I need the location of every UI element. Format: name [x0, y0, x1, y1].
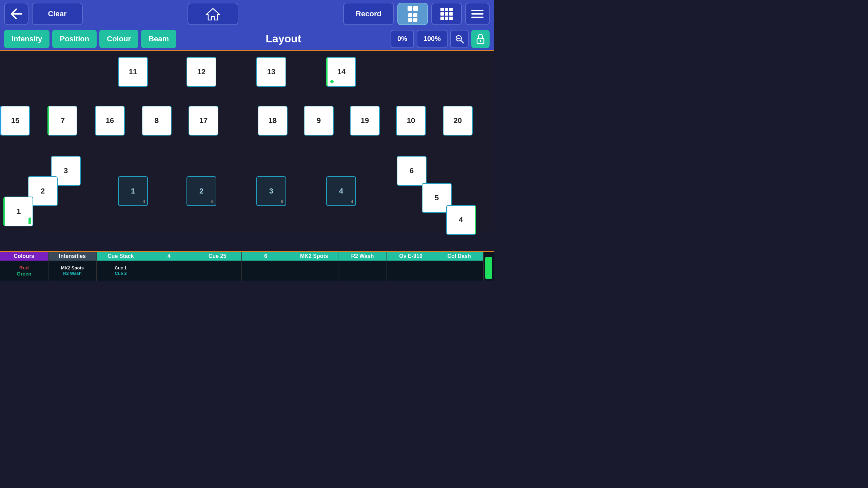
intensity-line-2: R2 Wash	[63, 271, 81, 276]
pct100-button[interactable]: 100%	[417, 30, 448, 48]
cue-stack-line-2: Cue 2	[115, 271, 126, 276]
r2wash-body	[338, 261, 387, 281]
cell6-header: 6	[242, 252, 290, 261]
coldash-body	[435, 261, 483, 281]
grid-view-active-button[interactable]	[397, 3, 428, 25]
ove910-body	[387, 261, 435, 281]
back-button[interactable]	[4, 3, 28, 25]
bottom-cell-r2wash[interactable]: R2 Wash	[338, 252, 387, 281]
fixture-13[interactable]: 13	[256, 57, 286, 87]
fixture-14[interactable]: 14	[326, 57, 356, 87]
coldash-header: Col Dash	[435, 252, 483, 261]
green-slider[interactable]	[484, 252, 494, 281]
clear-button[interactable]: Clear	[32, 3, 83, 25]
cell4-header: 4	[145, 252, 193, 261]
green-slider-bar	[485, 257, 492, 279]
bottom-cell-mk2spots[interactable]: MK2 Spots	[290, 252, 339, 281]
cue-stack-header: Cue Stack	[97, 252, 145, 261]
cue25-body	[193, 261, 241, 281]
bottom-cell-6[interactable]: 6	[242, 252, 290, 281]
fixture-dark-2[interactable]: 2 6	[186, 176, 216, 206]
lock-button[interactable]	[471, 30, 490, 48]
fixture-20[interactable]: 20	[443, 106, 473, 136]
tab-colour[interactable]: Colour	[99, 30, 138, 48]
bottom-cell-cue25[interactable]: Cue 25	[193, 252, 242, 281]
home-button[interactable]	[188, 3, 238, 25]
record-button[interactable]: Record	[343, 3, 394, 25]
fixture-dark-1[interactable]: 1 4	[118, 176, 148, 206]
tab-beam[interactable]: Beam	[141, 30, 176, 48]
bottom-cell-cue-stack[interactable]: Cue Stack Cue 1 Cue 2	[97, 252, 145, 281]
bottom-bar: Colours Red Green Intensities MK2 Spots …	[0, 251, 494, 281]
cue25-header: Cue 25	[193, 252, 241, 261]
intensities-header: Intensities	[48, 252, 97, 261]
colours-body: Red Green	[0, 261, 48, 281]
fixture-19[interactable]: 19	[350, 106, 380, 136]
fixture-7[interactable]: 7	[47, 106, 77, 136]
intensities-body: MK2 Spots R2 Wash	[48, 261, 97, 281]
bottom-cell-colours[interactable]: Colours Red Green	[0, 252, 48, 281]
bottom-cell-ove910[interactable]: Ov E-910	[387, 252, 435, 281]
fixture-16[interactable]: 16	[95, 106, 125, 136]
fixture-15[interactable]: 15	[0, 106, 30, 136]
fixture-8[interactable]: 8	[142, 106, 172, 136]
fixture-1[interactable]: 1	[3, 197, 33, 226]
fixture-10[interactable]: 10	[396, 106, 426, 136]
subheader: Intensity Position Colour Beam Layout 0%…	[0, 28, 494, 51]
fixture-dark-3[interactable]: 3 6	[256, 176, 286, 206]
svg-marker-1	[206, 8, 220, 20]
colour-line-2: Green	[17, 271, 31, 277]
layout-area: 11 12 13 14 15 7 16 8 17 18 9 19 10 20 3	[0, 51, 494, 230]
cue-stack-line-1: Cue 1	[115, 265, 126, 270]
zoom-button[interactable]	[450, 30, 469, 48]
svg-point-9	[480, 40, 481, 42]
intensity-line-1: MK2 Spots	[61, 265, 84, 270]
fixture-18[interactable]: 18	[258, 106, 288, 136]
mk2spots-header: MK2 Spots	[290, 252, 338, 261]
colour-line-1: Red	[19, 265, 29, 270]
cell4-body	[145, 261, 193, 281]
pct0-button[interactable]: 0%	[391, 30, 414, 48]
menu-button[interactable]	[465, 3, 490, 25]
colours-header: Colours	[0, 252, 48, 261]
bottom-cell-intensities[interactable]: Intensities MK2 Spots R2 Wash	[48, 252, 97, 281]
bottom-cell-coldash[interactable]: Col Dash	[435, 252, 484, 281]
page-title: Layout	[179, 33, 388, 45]
cell6-body	[242, 261, 290, 281]
fixture-12[interactable]: 12	[186, 57, 216, 87]
bottom-cell-4[interactable]: 4	[145, 252, 194, 281]
r2wash-header: R2 Wash	[338, 252, 387, 261]
fixture-11[interactable]: 11	[118, 57, 148, 87]
cue-stack-body: Cue 1 Cue 2	[97, 261, 145, 281]
header: Clear Record	[0, 0, 494, 28]
fixture-17[interactable]: 17	[189, 106, 218, 136]
grid-view-button[interactable]	[431, 3, 462, 25]
fixture-dark-4[interactable]: 4 4	[326, 176, 356, 206]
fixture-6[interactable]: 6	[397, 156, 427, 186]
fixture-9[interactable]: 9	[304, 106, 334, 136]
tab-position[interactable]: Position	[52, 30, 97, 48]
tab-intensity[interactable]: Intensity	[4, 30, 50, 48]
ove910-header: Ov E-910	[387, 252, 435, 261]
fixture-4[interactable]: 4	[446, 205, 476, 235]
svg-line-6	[461, 40, 463, 43]
mk2spots-body	[290, 261, 338, 281]
